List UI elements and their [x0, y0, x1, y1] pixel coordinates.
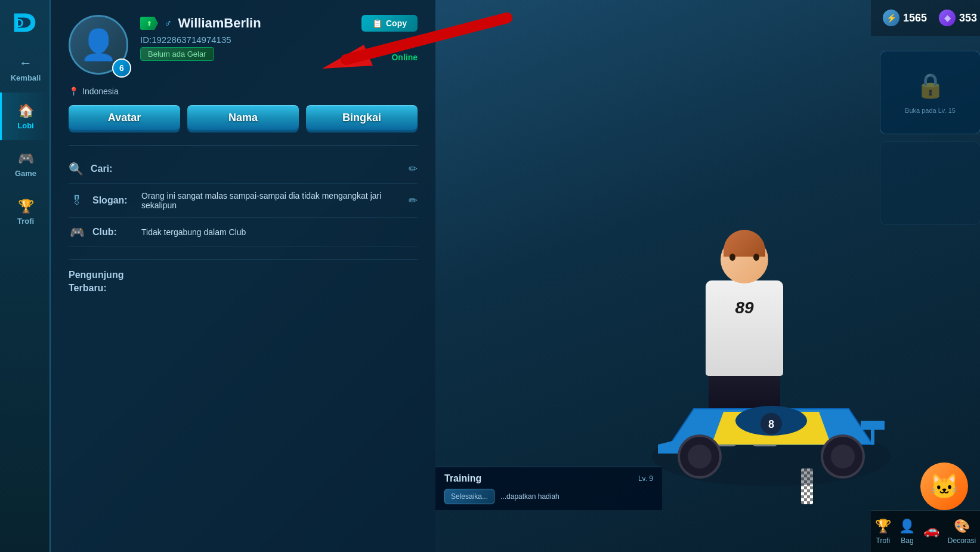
location-value: Indonesia — [82, 87, 119, 96]
shirt-number: 89 — [735, 298, 753, 317]
player-name: WilliamBerlin — [178, 16, 261, 31]
kart-svg: 8 — [622, 361, 920, 492]
slogan-label: Slogan: — [92, 195, 134, 206]
training-reward: ...dapatkan hadiah — [500, 489, 559, 504]
profile-info: ⬆ ♂ WilliamBerlin 📋 Copy ID:192286371497… — [140, 15, 418, 67]
title-badge: Belum ada Gelar — [140, 47, 214, 61]
copy-label: Copy — [386, 18, 407, 28]
rank-icon: ⬆ — [147, 20, 152, 27]
profile-header: 👤 6 ⬆ ♂ WilliamBerlin 📋 Copy ID:19228637… — [69, 15, 418, 75]
copy-icon: 📋 — [372, 18, 382, 28]
bag-icon: 👤 — [899, 519, 915, 534]
visitors-label: Pengunjung Terbaru: — [69, 270, 123, 293]
svg-point-6 — [831, 445, 855, 468]
slogan-icon: 🎖 — [69, 194, 85, 208]
character-head — [721, 236, 768, 283]
locked-card-text: Buka pada Lv. 15 — [905, 107, 956, 114]
slogan-value: Orang ini sangat malas sampai-sampai dia… — [141, 191, 401, 210]
car-nav-item[interactable]: 🚗 — [923, 523, 939, 541]
training-row: Training Lv. 9 — [444, 473, 653, 484]
training-level: Lv. 9 — [638, 474, 653, 483]
player-id: ID:1922863714974135 — [140, 35, 418, 45]
action-buttons: Avatar Nama Bingkai — [69, 105, 418, 130]
game-label: Game — [15, 169, 36, 178]
online-status: Online — [391, 53, 418, 62]
avatar-button[interactable]: Avatar — [69, 105, 180, 130]
kembali-label: Kembali — [11, 73, 41, 82]
search-edit-icon[interactable]: ✏ — [409, 162, 418, 175]
car-icon: 🚗 — [923, 523, 939, 538]
sidebar-item-kembali[interactable]: ← Kembali — [0, 45, 50, 92]
locked-game-card[interactable]: 🔒 Buka pada Lv. 15 — [880, 51, 980, 134]
profile-name-row: ⬆ ♂ WilliamBerlin 📋 Copy — [140, 15, 418, 32]
decorasi-nav-label: Decorasi — [948, 536, 976, 545]
bag-nav-label: Bag — [901, 536, 913, 545]
top-bar: ⚡ 1565 ◆ 353 + 0 👕 1 🎂 👤 ⚙ — ✕ — [871, 0, 980, 36]
character-eye-left — [729, 254, 735, 261]
club-row: 🎮 Club: Tidak tergabung dalam Club — [69, 218, 418, 247]
slogan-edit-icon[interactable]: ✏ — [409, 194, 418, 207]
bag-nav-item[interactable]: 👤 Bag — [899, 519, 915, 545]
title-row: Belum ada Gelar Online — [140, 47, 418, 67]
mascot[interactable]: 🐱 — [920, 462, 968, 510]
search-row: 🔍 Cari: ✏ — [69, 155, 418, 184]
training-label: Training — [444, 473, 481, 484]
game-icon: 🎮 — [18, 151, 34, 166]
trofi-nav-label: Trofi — [876, 536, 891, 545]
visitors-section: Pengunjung Terbaru: — [69, 259, 418, 295]
trofi-label: Trofi — [17, 217, 34, 226]
trophy-icon: 🏆 — [18, 199, 34, 214]
location-pin-icon: 📍 — [69, 87, 79, 96]
training-actions: Selesaika... ...dapatkan hadiah — [444, 489, 653, 504]
speed-icon: ⚡ — [883, 10, 899, 26]
gem-stat: ◆ 353 — [939, 10, 977, 26]
nama-button[interactable]: Nama — [187, 105, 299, 130]
search-icon: 🔍 — [69, 162, 84, 176]
visitors-title: Pengunjung Terbaru: — [69, 269, 418, 295]
svg-text:8: 8 — [768, 418, 774, 430]
gem-icon: ◆ — [939, 10, 956, 26]
level-badge: 6 — [112, 58, 131, 78]
sidebar: D ← Kembali 🏠 Lobi 🎮 Game 🏆 Trofi — [0, 0, 51, 552]
copy-button[interactable]: 📋 Copy — [361, 15, 418, 32]
back-icon: ← — [19, 55, 32, 71]
gem-value: 353 — [959, 12, 977, 24]
search-label: Cari: — [91, 164, 132, 174]
sidebar-item-game[interactable]: 🎮 Game — [0, 140, 50, 188]
speed-value: 1565 — [903, 12, 927, 24]
kart-area: 8 — [622, 361, 920, 510]
decorasi-icon: 🎨 — [954, 519, 970, 534]
training-section: Training Lv. 9 Selesaika... ...dapatkan … — [435, 467, 662, 510]
avatar-container: 👤 6 — [69, 15, 128, 75]
rank-badge: ⬆ — [140, 17, 158, 30]
card-grid: 🔒 Buka pada Lv. 15 😊 — [871, 42, 980, 234]
svg-point-4 — [688, 445, 712, 468]
speed-stat: ⚡ 1565 — [883, 10, 927, 26]
gender-icon: ♂ — [164, 17, 172, 30]
trofi-icon: 🏆 — [875, 519, 891, 534]
bottom-nav: 🏆 Trofi 👤 Bag 🚗 🎨 Decorasi — [871, 510, 980, 552]
lock-icon: 🔒 — [916, 72, 945, 100]
info-section: 🔍 Cari: ✏ 🎖 Slogan: Orang ini sangat mal… — [69, 145, 418, 247]
right-panel: ⚡ 1565 ◆ 353 + 0 👕 1 🎂 👤 ⚙ — ✕ 🔒 — [435, 0, 980, 552]
club-value: Tidak tergabung dalam Club — [141, 227, 418, 237]
home-icon: 🏠 — [18, 103, 34, 119]
slogan-row: 🎖 Slogan: Orang ini sangat malas sampai-… — [69, 184, 418, 218]
profile-panel: 👤 6 ⬆ ♂ WilliamBerlin 📋 Copy ID:19228637… — [51, 0, 435, 552]
svg-text:D: D — [16, 17, 23, 29]
sidebar-item-trofi[interactable]: 🏆 Trofi — [0, 188, 50, 236]
training-action-btn[interactable]: Selesaika... — [444, 489, 494, 504]
trofi-nav-item[interactable]: 🏆 Trofi — [875, 519, 891, 545]
lobi-label: Lobi — [17, 121, 33, 130]
location-row: 📍 Indonesia — [69, 87, 418, 96]
decorasi-nav-item[interactable]: 🎨 Decorasi — [948, 519, 976, 545]
sidebar-item-lobi[interactable]: 🏠 Lobi — [0, 92, 50, 140]
character-hair — [724, 230, 765, 257]
empty-card-1[interactable] — [880, 141, 980, 225]
character-eye-right — [753, 254, 759, 261]
club-icon: 🎮 — [69, 225, 85, 239]
club-label: Club: — [92, 227, 134, 238]
app-logo: D — [7, 6, 43, 39]
bingkai-button[interactable]: Bingkai — [306, 105, 418, 130]
